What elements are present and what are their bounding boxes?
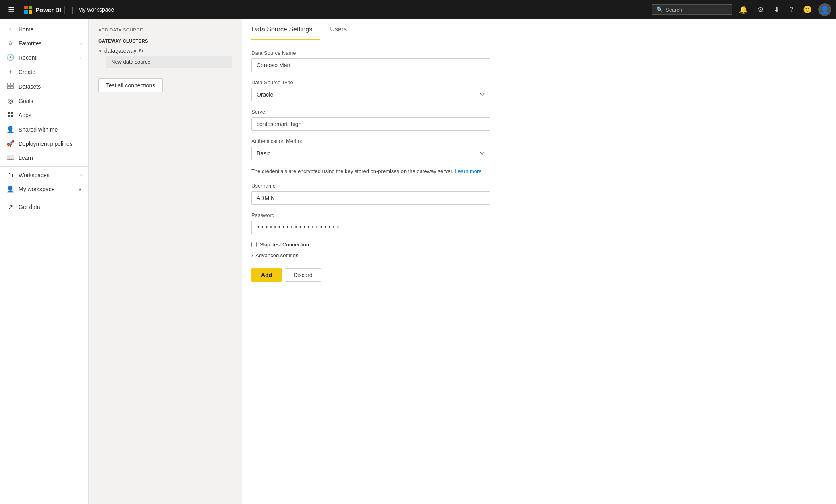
hamburger-menu[interactable]: ☰	[5, 4, 18, 16]
feedback-icon[interactable]: 🙂	[800, 4, 815, 16]
settings-icon[interactable]: ⚙	[754, 4, 767, 16]
sidebar-divider	[0, 166, 88, 167]
app-logo: Power BI	[21, 6, 65, 14]
sidebar-item-workspaces[interactable]: 🗂 Workspaces ›	[0, 168, 88, 182]
shared-icon: 👤	[6, 126, 15, 133]
svg-rect-4	[8, 112, 10, 114]
sidebar-item-goals[interactable]: ◎ Goals	[0, 94, 88, 108]
datasource-type-label: Data Source Type	[251, 79, 490, 85]
svg-rect-5	[11, 112, 13, 114]
learn-more-link[interactable]: Learn more	[455, 168, 481, 174]
deployment-icon: 🚀	[6, 140, 15, 147]
search-icon: 🔍	[656, 6, 663, 13]
sync-icon[interactable]: ↻	[139, 48, 143, 54]
sidebar-item-myworkspace[interactable]: 👤 My workspace ∨	[0, 182, 88, 196]
sidebar-item-apps[interactable]: Apps	[0, 108, 88, 122]
svg-rect-0	[8, 83, 10, 85]
tabs-header: Data Source Settings Users	[242, 19, 836, 40]
dataset-icon	[6, 83, 15, 91]
goals-icon: ◎	[6, 97, 15, 105]
skip-test-row: Skip Test Connection	[251, 242, 490, 248]
auth-method-label: Authentication Method	[251, 138, 490, 144]
test-connections-button[interactable]: Test all connections	[98, 78, 163, 92]
password-group: Password	[251, 212, 490, 234]
datasource-type-select[interactable]: Oracle SQL Server Analysis Services SAP …	[251, 88, 490, 101]
gateway-clusters-label: GATEWAY CLUSTERS	[98, 39, 232, 43]
credentials-note: The credentials are encrypted using the …	[251, 167, 490, 176]
auth-method-select[interactable]: Basic Windows OAuth2	[251, 147, 490, 160]
datasource-name-input[interactable]	[251, 58, 490, 72]
search-input[interactable]	[666, 7, 722, 13]
server-input[interactable]	[251, 117, 490, 131]
auth-method-group: Authentication Method Basic Windows OAut…	[251, 138, 490, 160]
password-label: Password	[251, 212, 490, 218]
tab-users[interactable]: Users	[330, 19, 355, 40]
skip-test-checkbox[interactable]	[251, 242, 257, 247]
search-box[interactable]: 🔍	[652, 4, 732, 15]
sidebar-item-label: Deployment pipelines	[19, 140, 82, 147]
sidebar-item-favorites[interactable]: ☆ Favorites ›	[0, 36, 88, 50]
page-content: ADD DATA SOURCE GATEWAY CLUSTERS ∨ datag…	[89, 19, 836, 504]
learn-icon: 📖	[6, 154, 15, 161]
skip-test-label[interactable]: Skip Test Connection	[260, 242, 309, 248]
sidebar-item-getdata[interactable]: ↗ Get data	[0, 200, 88, 214]
add-button[interactable]: Add	[251, 268, 282, 282]
datasource-type-group: Data Source Type Oracle SQL Server Analy…	[251, 79, 490, 101]
tab-datasource-settings[interactable]: Data Source Settings	[251, 19, 320, 40]
sidebar-item-label: Workspaces	[19, 172, 76, 178]
advanced-settings-label: Advanced settings	[255, 252, 298, 258]
sidebar-item-label: Favorites	[19, 40, 76, 47]
sidebar-divider-bottom	[0, 198, 88, 198]
star-icon: ☆	[6, 39, 15, 47]
svg-rect-1	[11, 83, 13, 85]
datasource-name-label: Data Source Name	[251, 50, 490, 56]
svg-rect-3	[11, 86, 13, 89]
chevron-right-icon: ›	[80, 55, 82, 60]
home-icon: ⌂	[6, 26, 15, 33]
separator: |	[71, 6, 73, 14]
myworkspace-icon: 👤	[6, 185, 15, 193]
sidebar-item-label: Home	[19, 26, 82, 33]
username-group: Username	[251, 183, 490, 205]
sidebar-item-home[interactable]: ⌂ Home	[0, 23, 88, 36]
gateway-name: datagateway	[104, 48, 136, 54]
discard-button[interactable]: Discard	[285, 268, 321, 282]
microsoft-logo	[24, 6, 32, 14]
password-input[interactable]	[251, 221, 490, 234]
clock-icon: 🕐	[6, 54, 15, 61]
sidebar: ⌂ Home ☆ Favorites › 🕐 Recent › ＋ Create…	[0, 19, 89, 504]
advanced-settings-row[interactable]: › Advanced settings	[251, 252, 490, 258]
form-actions: Add Discard	[251, 268, 490, 282]
datasource-name-group: Data Source Name	[251, 50, 490, 72]
svg-rect-6	[8, 115, 10, 117]
sidebar-item-create[interactable]: ＋ Create	[0, 64, 88, 79]
apps-icon	[6, 111, 15, 119]
notifications-icon[interactable]: 🔔	[736, 4, 751, 16]
username-input[interactable]	[251, 191, 490, 205]
sidebar-item-shared[interactable]: 👤 Shared with me	[0, 122, 88, 136]
gateway-item: ∨ datagateway ↻	[98, 48, 232, 54]
download-icon[interactable]: ⬇	[770, 4, 783, 16]
server-group: Server	[251, 109, 490, 131]
top-navigation: ☰ Power BI | My workspace 🔍 🔔 ⚙ ⬇ ? 🙂 👤	[0, 0, 836, 19]
sidebar-item-learn[interactable]: 📖 Learn	[0, 151, 88, 165]
sidebar-item-label: My workspace	[19, 186, 74, 192]
svg-rect-7	[11, 115, 13, 117]
chevron-right-icon: ›	[251, 252, 253, 258]
server-label: Server	[251, 109, 490, 115]
svg-rect-2	[8, 86, 10, 89]
sidebar-item-label: Apps	[19, 112, 82, 118]
help-icon[interactable]: ?	[786, 4, 797, 16]
chevron-down-icon[interactable]: ∨	[98, 48, 102, 54]
datasource-item[interactable]: New data source	[106, 56, 232, 68]
form-area: Data Source Name Data Source Type Oracle…	[242, 40, 500, 291]
getdata-icon: ↗	[6, 203, 15, 211]
user-avatar[interactable]: 👤	[818, 3, 831, 16]
left-panel: ADD DATA SOURCE GATEWAY CLUSTERS ∨ datag…	[89, 19, 242, 504]
sidebar-item-deployment[interactable]: 🚀 Deployment pipelines	[0, 136, 88, 151]
sidebar-item-datasets[interactable]: Datasets	[0, 79, 88, 94]
sidebar-item-recent[interactable]: 🕐 Recent ›	[0, 50, 88, 64]
plus-icon: ＋	[6, 68, 15, 76]
username-label: Username	[251, 183, 490, 189]
right-panel: Data Source Settings Users Data Source N…	[242, 19, 836, 504]
